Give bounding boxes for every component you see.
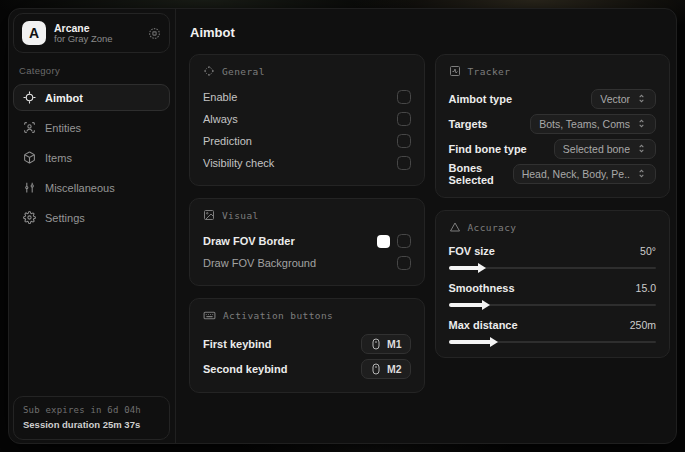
general-card: General Enable Always Prediction xyxy=(189,54,425,186)
setting-row: Draw FOV Border xyxy=(203,230,411,252)
keyboard-icon xyxy=(203,309,216,322)
setting-label: Smoothness xyxy=(449,282,515,294)
sidebar-item-label: Items xyxy=(45,152,72,164)
aimbot-type-select[interactable]: Vector xyxy=(591,89,656,109)
second-keybind-button[interactable]: M2 xyxy=(361,359,411,379)
section-title: Visual xyxy=(222,210,259,221)
page-title: Aimbot xyxy=(190,25,670,40)
crosshair-dashed-icon xyxy=(203,65,215,77)
activity-icon xyxy=(449,65,461,77)
slider-fill xyxy=(449,340,493,344)
setting-row: Draw FOV Background xyxy=(203,252,411,274)
category-label: Category xyxy=(19,65,170,76)
select-value: Vector xyxy=(600,93,630,105)
session-duration-text: Session duration 25m 37s xyxy=(23,419,160,430)
setting-label: Draw FOV Background xyxy=(203,257,316,269)
fov-size-group: FOV size 50° xyxy=(449,242,657,272)
image-icon xyxy=(203,209,215,221)
sub-expires-text: Sub expires in 6d 04h xyxy=(23,405,160,415)
select-value: Bots, Teams, Coms xyxy=(539,118,630,130)
sidebar-item-settings[interactable]: Settings xyxy=(13,204,170,231)
setting-label: Aimbot type xyxy=(449,93,513,105)
section-title: Activation buttons xyxy=(223,310,333,321)
slider-thumb[interactable] xyxy=(482,300,490,310)
setting-label: Draw FOV Border xyxy=(203,235,295,247)
visibility-check-checkbox[interactable] xyxy=(397,156,411,170)
gear-icon xyxy=(23,211,36,224)
subscription-info: Sub expires in 6d 04h Session duration 2… xyxy=(13,396,170,440)
sidebar-item-entities[interactable]: Entities xyxy=(13,114,170,141)
smoothness-slider[interactable] xyxy=(449,300,657,309)
setting-label: FOV size xyxy=(449,245,495,257)
chevrons-up-down-icon xyxy=(636,168,647,179)
sidebar-item-items[interactable]: Items xyxy=(13,144,170,171)
slider-thumb[interactable] xyxy=(490,337,498,347)
max-distance-slider[interactable] xyxy=(449,337,657,346)
activation-card: Activation buttons First keybind M1 xyxy=(189,298,425,393)
section-title: Tracker xyxy=(468,66,511,77)
setting-row: Bones Selected Head, Neck, Body, Pe.. xyxy=(449,161,657,186)
keybind-value: M1 xyxy=(387,338,402,350)
app-name: Arcane xyxy=(54,22,140,34)
app-subtitle: for Gray Zone xyxy=(54,34,140,45)
always-checkbox[interactable] xyxy=(397,112,411,126)
sidebar-item-miscellaneous[interactable]: Miscellaneous xyxy=(13,174,170,201)
select-value: Selected bone xyxy=(563,143,630,155)
setting-label: Find bone type xyxy=(449,143,527,155)
setting-label: Bones Selected xyxy=(449,162,505,186)
bones-selected-select[interactable]: Head, Neck, Body, Pe.. xyxy=(513,164,656,184)
fov-border-color-swatch[interactable] xyxy=(377,235,390,248)
visual-card: Visual Draw FOV Border Draw FOV Backgrou… xyxy=(189,198,425,286)
targets-select[interactable]: Bots, Teams, Coms xyxy=(530,114,656,134)
section-title: Accuracy xyxy=(468,222,517,233)
setting-label: First keybind xyxy=(203,338,271,350)
keybind-value: M2 xyxy=(387,363,402,375)
draw-fov-background-checkbox[interactable] xyxy=(397,256,411,270)
setting-label: Visibility check xyxy=(203,157,274,169)
setting-label: Targets xyxy=(449,118,488,130)
slider-fill xyxy=(449,266,480,270)
setting-label: Prediction xyxy=(203,135,252,147)
sidebar-item-label: Settings xyxy=(45,212,85,224)
slider-thumb[interactable] xyxy=(478,263,486,273)
setting-row: Always xyxy=(203,108,411,130)
accuracy-card: Accuracy FOV size 50° xyxy=(435,210,671,358)
prediction-checkbox[interactable] xyxy=(397,134,411,148)
chevrons-up-down-icon xyxy=(636,118,647,129)
slider-fill xyxy=(449,303,484,307)
setting-row: First keybind M1 xyxy=(203,331,411,356)
sliders-icon xyxy=(23,181,36,194)
sidebar: A Arcane for Gray Zone Category Aimbot xyxy=(9,9,176,443)
slider-value: 15.0 xyxy=(636,282,656,294)
smoothness-group: Smoothness 15.0 xyxy=(449,279,657,309)
max-distance-group: Max distance 250m xyxy=(449,316,657,346)
app-logo: A xyxy=(22,21,46,45)
first-keybind-button[interactable]: M1 xyxy=(361,334,411,354)
cube-icon xyxy=(23,151,36,164)
select-value: Head, Neck, Body, Pe.. xyxy=(522,168,630,180)
slider-value: 250m xyxy=(630,319,656,331)
sidebar-item-label: Aimbot xyxy=(45,92,83,104)
app-window: A Arcane for Gray Zone Category Aimbot xyxy=(8,8,677,444)
power-icon[interactable] xyxy=(148,27,161,40)
setting-row: Targets Bots, Teams, Coms xyxy=(449,111,657,136)
setting-label: Always xyxy=(203,113,238,125)
enable-checkbox[interactable] xyxy=(397,90,411,104)
draw-fov-border-checkbox[interactable] xyxy=(397,234,411,248)
slider-value: 50° xyxy=(640,245,656,257)
chevrons-up-down-icon xyxy=(636,93,647,104)
sidebar-item-aimbot[interactable]: Aimbot xyxy=(13,84,170,111)
setting-row: Aimbot type Vector xyxy=(449,86,657,111)
main-panel: Aimbot General Enable xyxy=(176,9,676,443)
setting-row: Second keybind M2 xyxy=(203,356,411,381)
setting-row: Prediction xyxy=(203,130,411,152)
entities-icon xyxy=(23,121,36,134)
brand-card: A Arcane for Gray Zone xyxy=(13,13,170,53)
fov-size-slider[interactable] xyxy=(449,263,657,272)
setting-row: Enable xyxy=(203,86,411,108)
sidebar-nav: Aimbot Entities Items xyxy=(13,84,170,231)
crosshair-icon xyxy=(23,91,36,104)
tracker-card: Tracker Aimbot type Vector xyxy=(435,54,671,198)
find-bone-type-select[interactable]: Selected bone xyxy=(554,139,656,159)
setting-row: Visibility check xyxy=(203,152,411,174)
